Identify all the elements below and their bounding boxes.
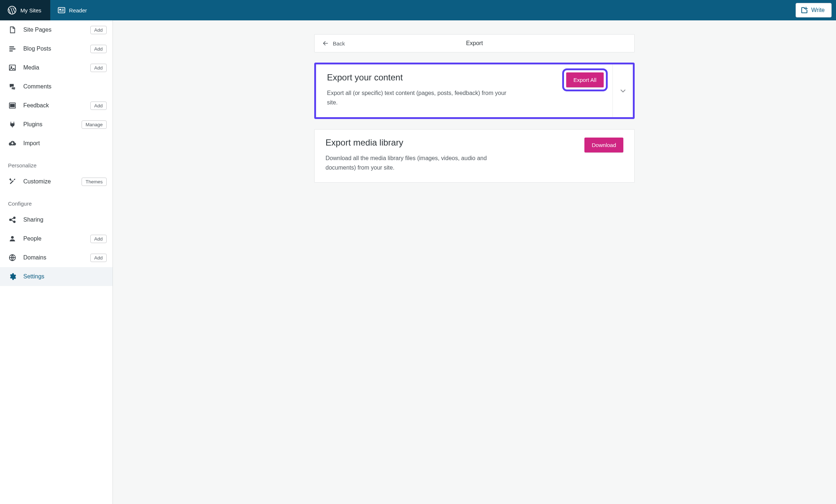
section-personalize: Personalize	[0, 153, 113, 172]
svg-point-10	[11, 67, 12, 68]
reader-icon	[58, 6, 66, 14]
sidebar-item-label: Comments	[23, 83, 107, 90]
expand-toggle[interactable]	[612, 64, 633, 117]
feedback-icon	[8, 101, 17, 110]
sharing-icon	[8, 215, 17, 224]
nav-reader[interactable]: Reader	[50, 0, 94, 20]
page-title: Export	[466, 40, 483, 47]
chevron-down-icon	[619, 87, 627, 95]
sidebar-item-settings[interactable]: Settings	[0, 267, 113, 286]
topbar: My Sites Reader Write	[0, 0, 836, 20]
card-title: Export media library	[326, 138, 576, 148]
export-media-card: Export media library Download all the me…	[314, 129, 635, 183]
write-post-icon	[800, 6, 808, 14]
arrow-left-icon	[322, 40, 329, 47]
add-button[interactable]: Add	[90, 45, 107, 53]
domains-icon	[8, 253, 17, 262]
card-description: Export all (or specific) text content (p…	[327, 88, 516, 107]
page-header-card: Back Export	[314, 34, 635, 52]
sidebar-item-label: Import	[23, 140, 107, 147]
export-content-card: Export your content Export all (or speci…	[314, 63, 635, 119]
sidebar-item-label: Plugins	[23, 121, 75, 128]
sidebar-item-blog-posts[interactable]: Blog Posts Add	[0, 39, 113, 58]
add-button[interactable]: Add	[90, 254, 107, 262]
section-configure: Configure	[0, 191, 113, 210]
sidebar-item-label: Site Pages	[23, 27, 84, 33]
sidebar-item-label: Domains	[23, 254, 84, 261]
svg-rect-5	[59, 11, 64, 11]
manage-button[interactable]: Manage	[82, 120, 107, 129]
posts-icon	[8, 44, 17, 53]
write-button[interactable]: Write	[796, 3, 832, 17]
main-content: Back Export Export your content Export a…	[113, 20, 836, 504]
add-button[interactable]: Add	[90, 26, 107, 34]
import-icon	[8, 139, 17, 148]
svg-rect-2	[59, 9, 61, 10]
sidebar-item-comments[interactable]: Comments	[0, 77, 113, 96]
nav-my-sites[interactable]: My Sites	[0, 0, 50, 20]
sidebar-item-label: Sharing	[23, 217, 107, 223]
svg-rect-1	[58, 8, 64, 13]
card-title: Export your content	[327, 72, 557, 83]
sidebar-item-site-pages[interactable]: Site Pages Add	[0, 20, 113, 39]
sidebar-item-label: Feedback	[23, 102, 84, 109]
add-button[interactable]: Add	[90, 64, 107, 72]
export-all-button[interactable]: Export All	[566, 72, 604, 87]
sidebar-item-media[interactable]: Media Add	[0, 58, 113, 77]
svg-rect-4	[62, 10, 64, 10]
svg-rect-8	[9, 51, 13, 52]
svg-rect-13	[13, 104, 15, 105]
svg-rect-3	[62, 9, 64, 9]
download-button[interactable]: Download	[584, 138, 623, 152]
customize-icon	[8, 177, 17, 186]
sidebar-item-import[interactable]: Import	[0, 134, 113, 153]
sidebar-item-people[interactable]: People Add	[0, 229, 113, 248]
comments-icon	[8, 82, 17, 91]
sidebar-item-customize[interactable]: Customize Themes	[0, 172, 113, 191]
add-button[interactable]: Add	[90, 235, 107, 243]
topbar-left: My Sites Reader	[0, 0, 94, 20]
svg-rect-7	[9, 48, 16, 49]
svg-point-18	[11, 236, 13, 239]
media-icon	[8, 63, 17, 72]
svg-rect-12	[11, 104, 12, 105]
svg-rect-6	[9, 47, 14, 48]
sidebar: Site Pages Add Blog Posts Add Media Add …	[0, 20, 113, 504]
write-button-label: Write	[811, 7, 825, 13]
card-description: Download all the media library files (im…	[326, 154, 515, 172]
gear-icon	[8, 272, 17, 281]
sidebar-item-label: People	[23, 235, 84, 242]
svg-rect-14	[11, 106, 15, 107]
plugins-icon	[8, 120, 17, 129]
nav-my-sites-label: My Sites	[20, 7, 42, 13]
sidebar-item-feedback[interactable]: Feedback Add	[0, 96, 113, 115]
back-button[interactable]: Back	[322, 40, 345, 47]
people-icon	[8, 234, 17, 243]
back-label: Back	[333, 40, 345, 47]
sidebar-item-label: Settings	[23, 273, 107, 280]
themes-button[interactable]: Themes	[82, 178, 107, 186]
sidebar-item-plugins[interactable]: Plugins Manage	[0, 115, 113, 134]
sidebar-item-label: Customize	[23, 178, 75, 185]
page-icon	[8, 25, 17, 34]
sidebar-item-domains[interactable]: Domains Add	[0, 248, 113, 267]
sidebar-item-label: Blog Posts	[23, 45, 84, 52]
wordpress-logo-icon	[7, 5, 17, 15]
sidebar-item-label: Media	[23, 64, 84, 71]
sidebar-item-sharing[interactable]: Sharing	[0, 210, 113, 229]
nav-reader-label: Reader	[69, 7, 87, 13]
add-button[interactable]: Add	[90, 102, 107, 110]
